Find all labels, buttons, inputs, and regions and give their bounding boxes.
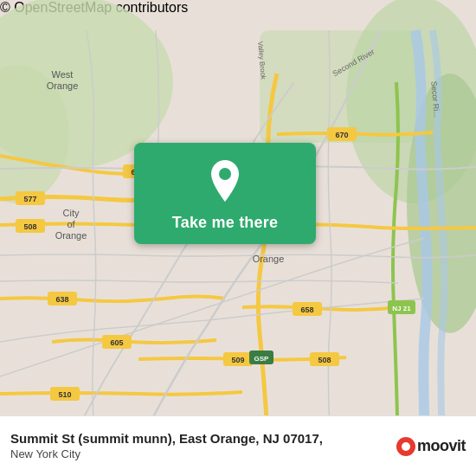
moovit-logo: moovit — [396, 437, 466, 456]
svg-text:509: 509 — [231, 356, 244, 364]
svg-text:NJ 21: NJ 21 — [392, 305, 411, 312]
svg-text:638: 638 — [55, 295, 68, 304]
svg-text:of: of — [67, 219, 75, 229]
moovit-logo-text: moovit — [417, 437, 466, 455]
bottom-bar: Summit St (summit munn), East Orange, NJ… — [0, 415, 476, 476]
location-subtitle: New York City — [10, 447, 389, 462]
svg-text:508: 508 — [318, 356, 331, 364]
svg-text:Orange: Orange — [47, 80, 79, 91]
svg-text:Orange: Orange — [55, 230, 87, 241]
svg-text:508: 508 — [23, 222, 36, 231]
location-info: Summit St (summit munn), East Orange, NJ… — [10, 430, 389, 461]
location-pin-icon — [206, 158, 244, 205]
svg-text:658: 658 — [300, 306, 313, 314]
location-title: Summit St (summit munn), East Orange, NJ… — [10, 430, 389, 447]
take-me-there-button[interactable]: Take me there — [134, 143, 316, 244]
svg-text:Orange: Orange — [253, 254, 285, 264]
take-me-there-label: Take me there — [172, 214, 278, 232]
svg-text:510: 510 — [58, 390, 71, 399]
moovit-dot-icon — [396, 437, 415, 456]
svg-text:GSP: GSP — [254, 355, 270, 363]
svg-text:577: 577 — [23, 195, 36, 203]
svg-text:605: 605 — [110, 338, 123, 347]
svg-text:West: West — [52, 69, 74, 80]
svg-point-39 — [219, 168, 231, 180]
svg-text:City: City — [63, 208, 80, 218]
svg-text:670: 670 — [335, 131, 348, 139]
map-container: 577 508 638 670 638 658 605 509 508 510 … — [0, 0, 476, 476]
